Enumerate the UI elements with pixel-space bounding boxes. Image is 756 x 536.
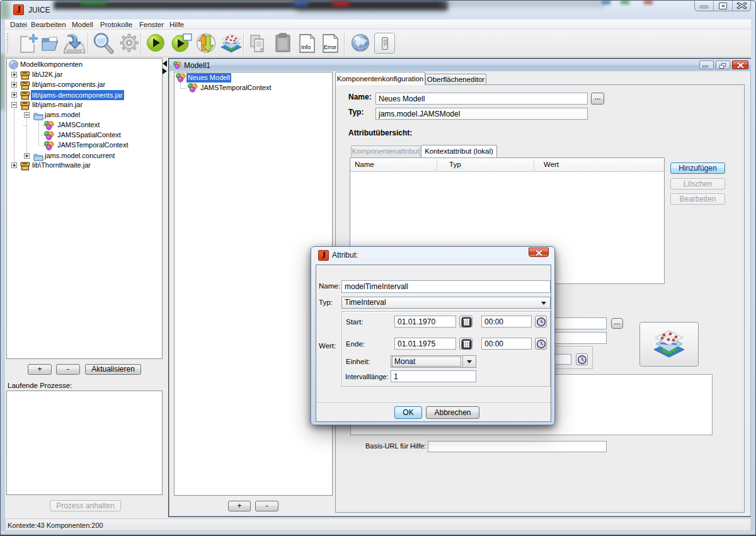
svg-text:Info: Info: [301, 44, 311, 50]
svg-text:Error: Error: [324, 44, 336, 50]
